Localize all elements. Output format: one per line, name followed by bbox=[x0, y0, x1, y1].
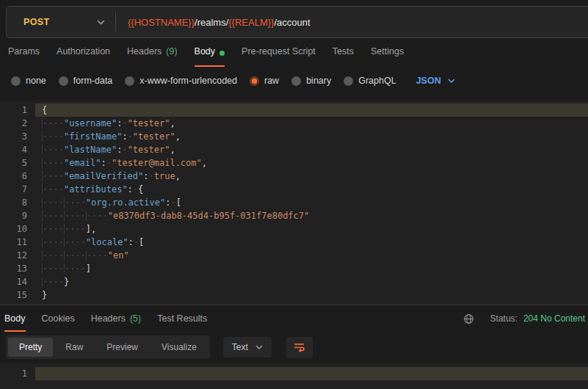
code-content: ····"emailVerified":·true, bbox=[35, 170, 588, 183]
radio-label: x-www-form-urlencoded bbox=[139, 76, 237, 86]
code-token: · bbox=[170, 197, 175, 208]
code-line[interactable]: 2····"username":·"tester", bbox=[0, 117, 588, 130]
response-tabs-row: BodyCookiesHeaders(5)Test Results Status… bbox=[0, 305, 588, 332]
code-token: ], bbox=[86, 224, 96, 234]
response-view-row: PrettyRawPreviewVisualize Text bbox=[0, 334, 588, 360]
code-content: ····"attributes":·{ bbox=[35, 183, 588, 196]
code-line[interactable]: 15} bbox=[0, 288, 588, 302]
code-line[interactable]: 1{ bbox=[0, 103, 588, 117]
response-tab-test-results[interactable]: Test Results bbox=[157, 305, 207, 332]
request-body-editor[interactable]: 1{2····"username":·"tester",3····"firstN… bbox=[0, 101, 588, 305]
code-line[interactable]: 11········"locale":·[ bbox=[0, 236, 588, 249]
format-selector[interactable]: Text bbox=[223, 337, 272, 357]
response-tab-cookies[interactable]: Cookies bbox=[42, 305, 75, 332]
url-segment-var: {{REALM}} bbox=[228, 17, 274, 28]
code-line[interactable]: 3····"firstName":·"tester", bbox=[0, 130, 588, 143]
code-token: [ bbox=[139, 237, 144, 247]
radio-icon bbox=[59, 76, 68, 86]
code-token: } bbox=[42, 290, 47, 300]
code-token: · bbox=[122, 145, 127, 155]
line-number: 6 bbox=[0, 170, 35, 183]
language-selector[interactable]: JSON bbox=[416, 76, 455, 86]
indent-guide: ···· bbox=[86, 211, 108, 221]
code-token: "email" bbox=[64, 158, 101, 168]
tab-settings[interactable]: Settings bbox=[371, 46, 404, 67]
tab-authorization[interactable]: Authorization bbox=[57, 46, 110, 67]
code-line[interactable]: 7····"attributes":·{ bbox=[0, 183, 588, 196]
tab-label: Params bbox=[8, 46, 40, 57]
indent-guide: ···· bbox=[42, 197, 64, 208]
code-token: "tester" bbox=[128, 118, 170, 128]
line-number: 10 bbox=[0, 222, 35, 236]
indent-guide: ···· bbox=[64, 237, 86, 247]
radio-icon bbox=[344, 76, 353, 86]
code-line[interactable]: 5····"email":·"tester@mail.com", bbox=[0, 156, 588, 170]
body-type-radio-none[interactable]: none bbox=[11, 76, 46, 86]
code-line[interactable]: 10········], bbox=[0, 222, 588, 236]
indent-guide: ···· bbox=[42, 184, 64, 194]
radio-label: binary bbox=[306, 76, 331, 86]
tab-params[interactable]: Params bbox=[8, 46, 40, 67]
code-token: · bbox=[128, 131, 133, 142]
tab-label: Pre-request Script bbox=[242, 46, 316, 57]
response-tab-headers[interactable]: Headers(5) bbox=[91, 305, 142, 332]
code-token: : bbox=[128, 237, 134, 247]
request-tabs: ParamsAuthorizationHeaders(9)BodyPre-req… bbox=[0, 46, 588, 67]
view-tab-visualize[interactable]: Visualize bbox=[150, 338, 208, 357]
code-line[interactable]: 14····} bbox=[0, 275, 588, 288]
code-token: · bbox=[106, 158, 112, 168]
response-body-editor[interactable]: 1 bbox=[0, 363, 588, 389]
url-segment-var: {{HOSTNAME}} bbox=[128, 17, 195, 28]
tab-body[interactable]: Body bbox=[195, 46, 225, 67]
code-line[interactable]: 1 bbox=[0, 367, 588, 380]
indent-guide: ···· bbox=[42, 131, 64, 142]
code-line[interactable]: 9············"e8370df3-dab8-45d4-b95f-03… bbox=[0, 209, 588, 222]
view-tabs-group: PrettyRawPreviewVisualize bbox=[6, 335, 210, 359]
code-line[interactable]: 8········"org.ro.active":·[ bbox=[0, 196, 588, 209]
code-content: ········], bbox=[35, 222, 588, 236]
code-content: } bbox=[35, 288, 588, 302]
tab-label: Body bbox=[4, 313, 26, 324]
code-token: , bbox=[170, 145, 175, 155]
radio-label: none bbox=[26, 76, 46, 86]
tab-label: Authorization bbox=[57, 46, 110, 57]
tab-pre-request-script[interactable]: Pre-request Script bbox=[242, 46, 316, 67]
code-token: "lastName" bbox=[64, 145, 117, 155]
view-tab-raw[interactable]: Raw bbox=[54, 338, 94, 357]
request-url-bar: POST {{HOSTNAME}}/realms/{{REALM}}/accou… bbox=[6, 6, 588, 38]
code-token: ] bbox=[86, 263, 91, 274]
line-number: 8 bbox=[0, 196, 35, 209]
code-token: [ bbox=[176, 197, 181, 208]
radio-icon bbox=[11, 76, 21, 86]
response-tab-body[interactable]: Body bbox=[4, 305, 26, 332]
code-line[interactable]: 12············"en" bbox=[0, 249, 588, 262]
body-type-radio-form-data[interactable]: form-data bbox=[59, 76, 113, 86]
code-token: · bbox=[149, 171, 154, 181]
code-token: , bbox=[202, 158, 207, 168]
radio-label: raw bbox=[264, 76, 279, 86]
wrap-text-button[interactable] bbox=[286, 337, 313, 358]
tab-headers[interactable]: Headers(9) bbox=[127, 46, 178, 67]
tab-tests[interactable]: Tests bbox=[333, 46, 354, 67]
code-content: ····"firstName":·"tester", bbox=[35, 130, 588, 143]
body-type-radio-raw[interactable]: raw bbox=[250, 76, 279, 86]
indent-guide: ···· bbox=[42, 171, 64, 181]
tab-label: Headers bbox=[127, 46, 161, 57]
indent-guide: ···· bbox=[42, 145, 64, 155]
code-line[interactable]: 13········] bbox=[0, 262, 588, 275]
view-tab-preview[interactable]: Preview bbox=[95, 338, 149, 357]
view-tab-pretty[interactable]: Pretty bbox=[8, 338, 53, 357]
code-token: "en" bbox=[108, 250, 129, 261]
code-token: , bbox=[175, 131, 181, 142]
method-selector[interactable]: POST bbox=[7, 7, 115, 37]
body-type-radio-binary[interactable]: binary bbox=[291, 76, 331, 86]
code-line[interactable]: 4····"lastName":·"tester", bbox=[0, 143, 588, 156]
indent-guide: ···· bbox=[64, 263, 86, 274]
radio-icon bbox=[125, 76, 134, 86]
code-token: { bbox=[138, 184, 143, 194]
url-input[interactable]: {{HOSTNAME}}/realms/{{REALM}}/account bbox=[128, 17, 311, 28]
body-type-radio-graphql[interactable]: GraphQL bbox=[344, 76, 396, 86]
body-type-radio-x-www-form-urlencoded[interactable]: x-www-form-urlencoded bbox=[125, 76, 237, 86]
code-line[interactable]: 6····"emailVerified":·true, bbox=[0, 170, 588, 183]
indent-guide: ···· bbox=[64, 224, 86, 234]
